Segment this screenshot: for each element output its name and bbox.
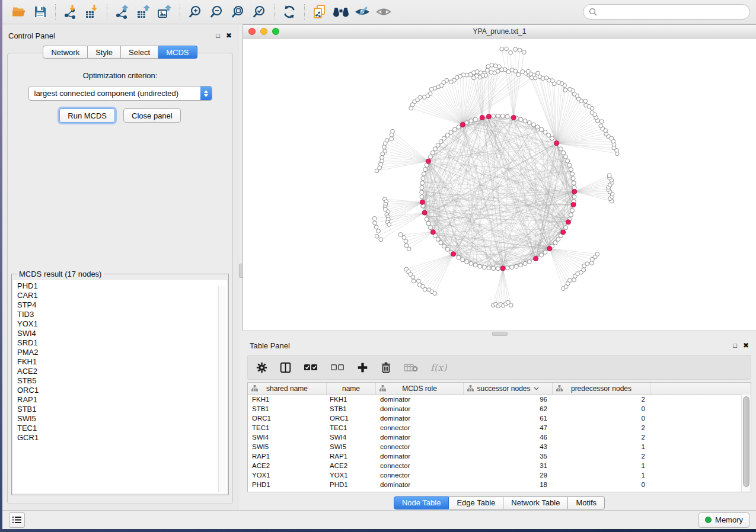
graph-node[interactable] xyxy=(563,226,567,230)
graph-node[interactable] xyxy=(487,266,491,270)
save-session-button[interactable] xyxy=(30,2,51,21)
table-row[interactable]: ACE2ACE2connector311 xyxy=(248,461,742,470)
graph-node[interactable] xyxy=(566,159,570,163)
graph-leaf-node[interactable] xyxy=(568,87,572,91)
graph-mcds-node[interactable] xyxy=(460,122,465,127)
cell[interactable]: RAP1 xyxy=(327,451,376,461)
close-panel-button[interactable]: Close panel xyxy=(123,108,181,123)
graph-leaf-node[interactable] xyxy=(489,70,493,75)
mcds-result-item[interactable]: RAP1 xyxy=(17,395,227,405)
graph-node[interactable] xyxy=(430,150,435,155)
delete-column-icon[interactable] xyxy=(381,361,391,373)
clone-network-button[interactable] xyxy=(309,2,330,21)
zoom-in-button[interactable] xyxy=(184,2,206,21)
graph-node[interactable] xyxy=(543,250,547,254)
cell[interactable]: connector xyxy=(376,442,464,451)
cell[interactable]: FKH1 xyxy=(248,395,327,404)
graph-node[interactable] xyxy=(457,255,461,259)
mcds-result-item[interactable]: SRD1 xyxy=(17,338,227,348)
find-button[interactable] xyxy=(330,2,352,21)
graph-node[interactable] xyxy=(531,123,535,127)
deselect-all-icon[interactable] xyxy=(330,363,344,371)
graph-mcds-node[interactable] xyxy=(426,159,430,164)
cell[interactable]: 35 xyxy=(464,451,553,461)
table-row[interactable]: SWI5SWI5connector431 xyxy=(248,442,742,451)
mcds-result-item[interactable]: TID3 xyxy=(17,310,227,319)
cell[interactable]: 31 xyxy=(464,461,553,470)
graph-leaf-node[interactable] xyxy=(433,291,437,296)
cell[interactable]: 61 xyxy=(464,414,553,423)
graph-leaf-node[interactable] xyxy=(509,50,513,55)
graph-node[interactable] xyxy=(423,168,428,172)
graph-leaf-node[interactable] xyxy=(513,47,518,52)
graph-node[interactable] xyxy=(496,114,500,118)
cell[interactable]: dominator xyxy=(376,432,464,442)
graph-node[interactable] xyxy=(523,119,527,123)
cell[interactable]: STB1 xyxy=(248,404,327,414)
cell[interactable]: ORC1 xyxy=(327,414,376,423)
mcds-result-item[interactable]: CAR1 xyxy=(17,291,227,300)
graph-leaf-node[interactable] xyxy=(409,106,413,110)
graph-node[interactable] xyxy=(465,121,469,125)
zoom-out-button[interactable] xyxy=(206,2,227,21)
graph-leaf-node[interactable] xyxy=(497,65,502,69)
column-layout-icon[interactable] xyxy=(280,362,291,373)
open-file-button[interactable] xyxy=(8,2,30,21)
table-row[interactable]: PHD1PHD1dominator180 xyxy=(248,480,742,489)
cell[interactable]: 1 xyxy=(553,442,650,451)
mcds-result-item[interactable]: FKH1 xyxy=(17,357,227,367)
export-table-button[interactable] xyxy=(133,2,154,21)
graph-leaf-node[interactable] xyxy=(486,68,490,72)
mcds-result-item[interactable]: TEC1 xyxy=(17,424,227,433)
mcds-result-item[interactable]: STB1 xyxy=(17,405,227,414)
cell[interactable]: connector xyxy=(376,470,464,480)
graph-mcds-node[interactable] xyxy=(451,252,456,257)
cell[interactable]: ORC1 xyxy=(248,414,327,423)
graph-node[interactable] xyxy=(527,259,531,264)
graph-leaf-node[interactable] xyxy=(449,80,453,84)
cell[interactable]: SWI4 xyxy=(327,432,376,442)
graph-node[interactable] xyxy=(562,150,566,155)
graph-leaf-node[interactable] xyxy=(521,70,525,74)
graph-leaf-node[interactable] xyxy=(375,234,379,238)
mcds-result-item[interactable]: PHD1 xyxy=(17,281,227,291)
graph-leaf-node[interactable] xyxy=(375,169,379,173)
graph-node[interactable] xyxy=(422,172,426,176)
graph-mcds-node[interactable] xyxy=(547,246,552,251)
graph-node[interactable] xyxy=(550,136,554,140)
cell[interactable]: SWI5 xyxy=(248,442,327,451)
cell[interactable]: YOX1 xyxy=(327,470,376,480)
graph-node[interactable] xyxy=(482,265,486,270)
cell[interactable]: 2 xyxy=(553,451,650,461)
cell[interactable]: 46 xyxy=(464,432,553,442)
table-tab-edge-table[interactable]: Edge Table xyxy=(449,496,503,509)
graph-node[interactable] xyxy=(570,209,575,213)
graph-node[interactable] xyxy=(461,258,465,262)
cell[interactable]: dominator xyxy=(376,480,464,489)
cell[interactable]: connector xyxy=(376,461,464,470)
graph-node[interactable] xyxy=(571,177,575,181)
graph-node[interactable] xyxy=(547,133,551,137)
network-window-titlebar[interactable]: YPA_prune.txt_1 xyxy=(243,25,756,39)
graph-node[interactable] xyxy=(442,244,446,248)
graph-leaf-node[interactable] xyxy=(382,145,386,149)
graph-mcds-node[interactable] xyxy=(534,256,538,261)
graph-node[interactable] xyxy=(540,253,544,257)
graph-node[interactable] xyxy=(449,130,453,134)
network-canvas[interactable] xyxy=(243,39,756,331)
cell[interactable]: RAP1 xyxy=(248,451,327,461)
graph-node[interactable] xyxy=(505,114,509,118)
graph-node[interactable] xyxy=(527,121,531,125)
cell[interactable]: 1 xyxy=(553,461,650,470)
cell[interactable]: 2 xyxy=(553,423,650,432)
cell[interactable]: 0 xyxy=(553,404,650,414)
show-all-button[interactable] xyxy=(373,2,394,21)
graph-leaf-node[interactable] xyxy=(423,287,427,291)
column-header-name[interactable]: name xyxy=(327,383,376,395)
close-panel-icon[interactable]: ✖ xyxy=(743,342,749,349)
graph-node[interactable] xyxy=(556,237,560,241)
tab-network[interactable]: Network xyxy=(43,46,88,59)
graph-node[interactable] xyxy=(457,125,461,129)
vertical-splitter[interactable] xyxy=(238,24,243,510)
graph-mcds-node[interactable] xyxy=(486,114,491,119)
